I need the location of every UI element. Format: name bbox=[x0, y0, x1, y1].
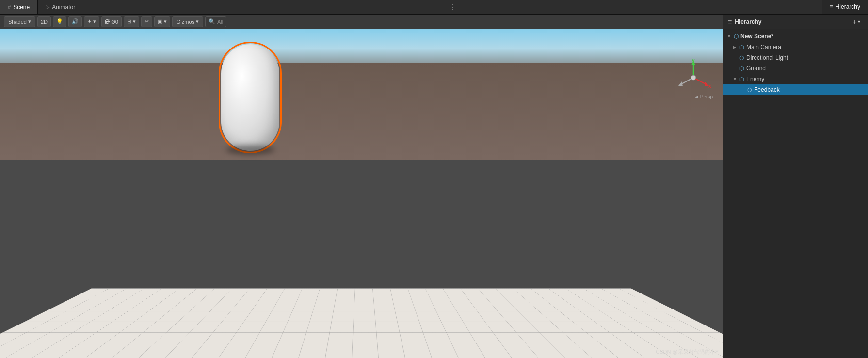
svg-text:y: y bbox=[692, 58, 695, 63]
hierarchy-item-feedback[interactable]: ⬡ Feedback bbox=[723, 84, 868, 95]
shaded-arrow-icon: ▾ bbox=[28, 18, 31, 25]
tab-more-button[interactable]: ⋮ bbox=[444, 2, 461, 12]
watermark: CSDN @呆呆敲代码的小Y bbox=[656, 348, 719, 356]
scene-unity-icon: ⬡ bbox=[734, 33, 739, 40]
gizmos-arrow-icon: ▾ bbox=[196, 18, 199, 25]
shaded-label: Shaded bbox=[8, 19, 27, 25]
main-content: Shaded ▾ 2D 💡 🔊 ✦ ▾ Ø Ø0 ⊞ ▾ bbox=[0, 15, 868, 358]
hierarchy-content: ▼ ⬡ New Scene* ▶ ⬡ Main Camera ⬡ Directi… bbox=[723, 29, 868, 358]
scene-toolbar: Shaded ▾ 2D 💡 🔊 ✦ ▾ Ø Ø0 ⊞ ▾ bbox=[0, 15, 723, 29]
persp-label: ◄ Persp bbox=[694, 94, 713, 99]
hierarchy-title: ≡ Hierarchy bbox=[728, 18, 762, 26]
search-box[interactable]: 🔍 All bbox=[205, 16, 226, 27]
visibility-button[interactable]: Ø Ø0 bbox=[101, 16, 122, 27]
feedback-icon: ⬡ bbox=[747, 87, 752, 93]
viewport[interactable]: x y ◄ Persp CSDN @呆呆敲代码的小Y bbox=[0, 29, 723, 358]
hierarchy-title-icon: ≡ bbox=[728, 18, 732, 26]
gizmos-label: Gizmos bbox=[177, 19, 194, 25]
svg-text:x: x bbox=[708, 83, 711, 89]
effects-button[interactable]: ✦ ▾ bbox=[84, 16, 99, 27]
scene-arrow-icon: ▼ bbox=[727, 34, 732, 39]
animator-tab-icon: ▷ bbox=[46, 4, 49, 10]
animator-tab-label: Animator bbox=[52, 4, 75, 11]
effects-arrow-icon: ▾ bbox=[93, 18, 96, 25]
lighting-button[interactable]: 💡 bbox=[53, 16, 66, 27]
add-dropdown-icon: ▾ bbox=[858, 19, 860, 24]
capsule-shadow bbox=[226, 145, 274, 155]
scene-name: New Scene* bbox=[740, 33, 773, 40]
hierarchy-scene-root[interactable]: ▼ ⬡ New Scene* bbox=[723, 31, 868, 42]
hierarchy-item-ground[interactable]: ⬡ Ground bbox=[723, 63, 868, 74]
snap-button[interactable]: ✂ bbox=[141, 16, 152, 27]
grid-arrow-icon: ▾ bbox=[133, 18, 136, 25]
svg-point-6 bbox=[691, 75, 696, 80]
hierarchy-title-text: Hierarchy bbox=[735, 18, 761, 25]
snap-icon: ✂ bbox=[145, 18, 149, 25]
tab-animator[interactable]: ▷ Animator bbox=[38, 0, 83, 14]
ground-icon: ⬡ bbox=[739, 65, 744, 72]
grid-icon: ⊞ bbox=[127, 18, 131, 25]
search-placeholder: All bbox=[217, 19, 223, 25]
hierarchy-header: ≡ Hierarchy + ▾ bbox=[723, 15, 868, 29]
grid-button[interactable]: ⊞ ▾ bbox=[124, 16, 139, 27]
svg-marker-5 bbox=[678, 81, 683, 86]
audio-button[interactable]: 🔊 bbox=[68, 16, 82, 27]
feedback-label: Feedback bbox=[754, 86, 780, 93]
capsule-container bbox=[221, 44, 279, 151]
scene-area: Shaded ▾ 2D 💡 🔊 ✦ ▾ Ø Ø0 ⊞ ▾ bbox=[0, 15, 723, 358]
tab-bar: # Scene ▷ Animator ⋮ ≡ Hierarchy bbox=[0, 0, 868, 15]
camera-arrow-icon: ▾ bbox=[164, 18, 167, 25]
dir-light-label: Directional Light bbox=[746, 54, 788, 61]
orientation-gizmo[interactable]: x y ◄ Persp bbox=[674, 58, 713, 97]
hierarchy-add-button[interactable]: + ▾ bbox=[850, 17, 863, 27]
main-camera-label: Main Camera bbox=[746, 44, 781, 50]
tab-scene[interactable]: # Scene bbox=[0, 0, 38, 14]
main-camera-icon: ⬡ bbox=[739, 44, 744, 50]
hierarchy-panel: ≡ Hierarchy + ▾ ▼ ⬡ New Scene* ▶ ⬡ Mai bbox=[723, 15, 868, 358]
scene-tab-label: Scene bbox=[13, 4, 30, 11]
hierarchy-item-enemy[interactable]: ▼ ⬡ Enemy bbox=[723, 74, 868, 84]
visibility-icon: Ø bbox=[105, 18, 110, 25]
hierarchy-item-main-camera[interactable]: ▶ ⬡ Main Camera bbox=[723, 42, 868, 52]
camera-button[interactable]: ▣ ▾ bbox=[154, 16, 170, 27]
enemy-label: Enemy bbox=[746, 76, 764, 82]
scene-tab-icon: # bbox=[8, 4, 11, 10]
enemy-arrow: ▼ bbox=[733, 77, 738, 81]
audio-icon: 🔊 bbox=[72, 18, 79, 25]
2d-button[interactable]: 2D bbox=[37, 16, 51, 27]
enemy-icon: ⬡ bbox=[739, 76, 744, 82]
visibility-count: Ø0 bbox=[111, 19, 118, 25]
2d-label: 2D bbox=[41, 19, 48, 25]
grid-overlay bbox=[0, 288, 723, 358]
add-icon: + bbox=[853, 18, 857, 26]
background-mid bbox=[0, 63, 723, 160]
hierarchy-tab[interactable]: ≡ Hierarchy bbox=[822, 0, 868, 14]
lighting-icon: 💡 bbox=[56, 18, 63, 25]
gizmos-button[interactable]: Gizmos ▾ bbox=[172, 16, 203, 27]
dir-light-icon: ⬡ bbox=[739, 55, 744, 61]
ground-label: Ground bbox=[746, 65, 766, 72]
hierarchy-tab-icon: ≡ bbox=[830, 3, 833, 10]
shaded-dropdown[interactable]: Shaded ▾ bbox=[4, 16, 35, 27]
hierarchy-item-directional-light[interactable]: ⬡ Directional Light bbox=[723, 52, 868, 63]
main-camera-arrow: ▶ bbox=[733, 45, 738, 49]
effects-icon: ✦ bbox=[87, 18, 92, 25]
camera-icon: ▣ bbox=[158, 18, 162, 25]
capsule-object bbox=[221, 44, 279, 151]
search-icon: 🔍 bbox=[209, 18, 215, 25]
hierarchy-tab-label: Hierarchy bbox=[836, 3, 860, 10]
